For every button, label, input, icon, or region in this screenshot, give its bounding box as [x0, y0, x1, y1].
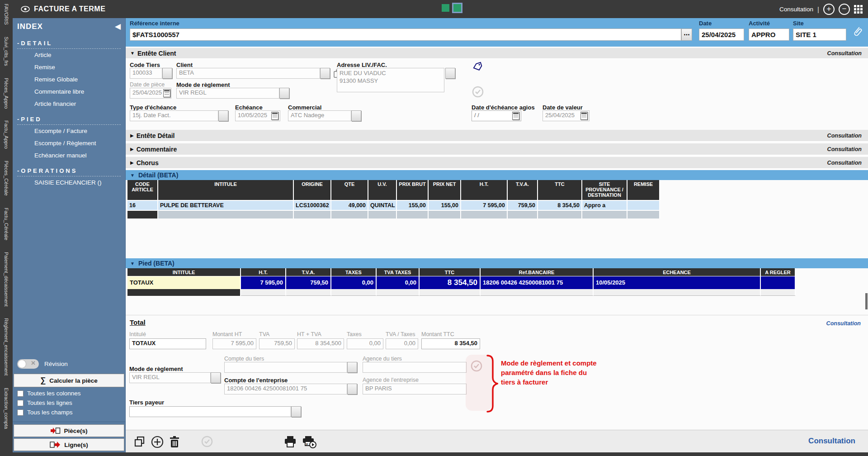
taxes-field[interactable]: 0,00: [347, 338, 383, 349]
code-tiers-lookup-button[interactable]: [162, 68, 172, 79]
mode-reglement-field[interactable]: VIR REGL: [176, 88, 279, 99]
toutes-lignes-checkbox[interactable]: [17, 400, 24, 406]
sidebar-item-remise-globale[interactable]: Remise Globale: [13, 73, 125, 86]
tiers-payeur-field[interactable]: [129, 406, 291, 417]
table-row-cell[interactable]: 155,00: [429, 201, 461, 211]
compte-tiers-field[interactable]: [224, 362, 347, 373]
lignes-button[interactable]: Ligne(s): [14, 438, 124, 451]
date-input[interactable]: [699, 28, 744, 41]
ht-tva-field[interactable]: 8 354,500: [297, 338, 344, 349]
montant-ttc-field[interactable]: 8 354,50: [421, 338, 480, 349]
adresse-field[interactable]: RUE DU VIADUC 91300 MASSY: [337, 68, 444, 92]
totals-row-cell[interactable]: 8 354,50: [420, 276, 481, 289]
empty-row-cell[interactable]: [377, 289, 420, 296]
pieces-button[interactable]: Pièce(s): [14, 424, 124, 437]
table-row-cell[interactable]: 49,000: [331, 201, 368, 211]
table-row-cell[interactable]: 155,00: [397, 201, 429, 211]
sidebar-item-escompte-reglement[interactable]: Escompte / Règlement: [13, 137, 125, 149]
eye-icon[interactable]: [21, 6, 30, 14]
dock-tab-extraction-compta[interactable]: Extraction_compta: [4, 388, 9, 429]
client-field[interactable]: BETA: [176, 68, 320, 79]
empty-row-cell[interactable]: [481, 289, 594, 296]
table-row-cell[interactable]: PULPE DE BETTERAVE: [158, 201, 294, 211]
table-row-cell[interactable]: Appro a: [582, 201, 627, 211]
commercial-field[interactable]: ATC Nadege: [288, 110, 351, 121]
paperclip-icon[interactable]: [853, 26, 863, 40]
empty-row-cell[interactable]: [397, 211, 429, 218]
section-detail-header[interactable]: ▼ Détail (BETA): [126, 170, 868, 180]
montant-ht-field[interactable]: 7 595,00: [212, 338, 256, 349]
empty-row-cell[interactable]: [761, 289, 796, 296]
empty-row-cell[interactable]: [538, 211, 582, 218]
browse-button[interactable]: ...: [681, 28, 692, 41]
empty-row-cell[interactable]: [420, 289, 481, 296]
empty-row-cell[interactable]: [294, 211, 331, 218]
adresse-lookup-button[interactable]: [445, 68, 455, 79]
print-icon[interactable]: [284, 436, 297, 450]
sidebar-item-article-financier[interactable]: Article financier: [13, 98, 125, 110]
empty-row-cell[interactable]: [627, 211, 660, 218]
type-echeance-field[interactable]: 15j. Date Fact.: [130, 110, 218, 121]
empty-row-cell[interactable]: [461, 211, 508, 218]
add-icon[interactable]: [151, 436, 164, 450]
zoom-in-button[interactable]: +: [823, 4, 835, 15]
status-square-green-selected[interactable]: [452, 3, 462, 13]
sidebar-item-echeancier-manuel[interactable]: Echéancier manuel: [13, 149, 125, 162]
sidebar-item-article[interactable]: Article: [13, 49, 125, 61]
tva-field[interactable]: 759,50: [259, 338, 295, 349]
status-square-green[interactable]: [442, 4, 449, 12]
validate-circle-icon[interactable]: [201, 436, 213, 449]
dock-tab-factu-cereale[interactable]: Factu_Céréale: [4, 208, 9, 240]
client-lookup-button[interactable]: [320, 68, 330, 79]
reference-input[interactable]: [130, 28, 681, 41]
calendar-icon[interactable]: [512, 112, 519, 120]
empty-row-cell[interactable]: [158, 211, 294, 218]
compte-entreprise-field[interactable]: 18206 00426 42500081001 75: [224, 384, 347, 394]
empty-row-cell[interactable]: [331, 289, 377, 296]
mode-reglement-lookup-button[interactable]: [211, 372, 221, 383]
dock-tab-reglement-encaissement[interactable]: Règlement_encaissement: [4, 318, 9, 375]
section-commentaire[interactable]: ▶ Commentaire Consultation: [126, 143, 868, 156]
validate-circle-icon[interactable]: [471, 360, 482, 374]
calculer-piece-button[interactable]: ∑ Calculer la pièce: [14, 374, 124, 387]
intitule-field[interactable]: TOTAUX: [129, 338, 206, 349]
table-row-cell[interactable]: LCS1000362: [294, 201, 331, 211]
table-row-cell[interactable]: [627, 201, 660, 211]
tag-icon[interactable]: [473, 62, 484, 74]
section-total-title[interactable]: Total: [130, 318, 146, 326]
section-chorus[interactable]: ▶ Chorus Consultation: [126, 157, 868, 169]
tous-champs-checkbox[interactable]: [17, 409, 24, 416]
compte-entreprise-lookup-button[interactable]: [347, 384, 357, 394]
site-input[interactable]: [793, 28, 846, 41]
table-row-cell[interactable]: 7 595,00: [461, 201, 508, 211]
code-tiers-field[interactable]: 100033: [130, 68, 162, 79]
dock-tab-paiement-decaissement[interactable]: Paiement_décaissement: [4, 252, 9, 306]
vertical-scrollbar[interactable]: [865, 293, 868, 309]
agence-tiers-field[interactable]: [363, 362, 467, 373]
collapse-sidebar-icon[interactable]: ◀: [115, 22, 121, 31]
section-entete-detail[interactable]: ▶ Entête Détail Consultation: [126, 130, 868, 142]
sidebar-item-escompte-facture[interactable]: Escompte / Facture: [13, 125, 125, 137]
totals-row-cell[interactable]: 0,00: [377, 276, 420, 289]
empty-row-cell[interactable]: [429, 211, 461, 218]
section-entete-client[interactable]: ▼ Entête Client Consultation: [126, 48, 868, 59]
empty-row-cell[interactable]: [286, 289, 331, 296]
commercial-lookup-button[interactable]: [351, 110, 361, 121]
empty-row-cell[interactable]: [594, 289, 761, 296]
table-row-cell[interactable]: QUINTAL: [368, 201, 397, 211]
type-echeance-lookup-button[interactable]: [218, 110, 228, 121]
toutes-colonnes-checkbox[interactable]: [17, 390, 24, 397]
mode-reglement-field[interactable]: VIR REGL: [129, 372, 211, 383]
totals-row-cell[interactable]: 7 595,00: [241, 276, 286, 289]
activite-input[interactable]: [749, 28, 789, 41]
trash-icon[interactable]: [169, 436, 180, 450]
empty-row-cell[interactable]: [368, 211, 397, 218]
sidebar-item-commentaire-libre[interactable]: Commentaire libre: [13, 86, 125, 98]
totals-row-cell[interactable]: TOTAUX: [127, 276, 241, 289]
table-row-cell[interactable]: 16: [127, 201, 158, 211]
table-row-cell[interactable]: 8 354,50: [538, 201, 582, 211]
mode-reglement-lookup-button[interactable]: [279, 88, 289, 99]
dock-tab-suivi-clts-frs[interactable]: Suivi_clts_frs: [4, 37, 9, 66]
zoom-out-button[interactable]: −: [839, 4, 850, 15]
duplicate-icon[interactable]: [134, 436, 146, 449]
